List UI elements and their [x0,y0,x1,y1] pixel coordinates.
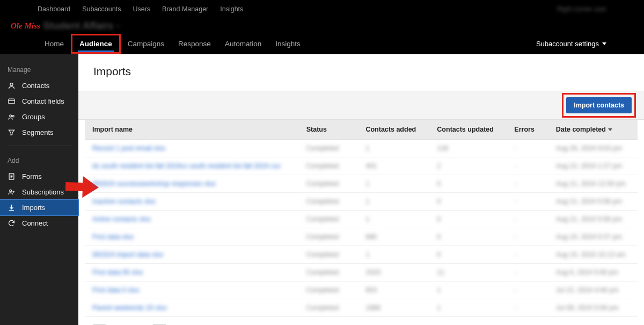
table-row[interactable]: 081524 import data xlsxCompleted10-Aug 1… [85,246,638,264]
sidebar-item-segments[interactable]: Segments [0,125,78,140]
cell-updated: 0 [429,228,507,246]
cell-date: Aug 21, 2024 5:56 pm [548,193,638,211]
cell-errors: - [507,246,548,264]
logo: Ole Miss [11,21,40,31]
top-right-user[interactable]: Right corner user [557,5,606,13]
table-row[interactable]: ds south resident list fall 2024cs south… [85,157,638,175]
tab-response[interactable]: Response [171,34,218,54]
svg-point-0 [10,83,13,86]
tab-insights[interactable]: Insights [268,34,308,54]
cell-import-name[interactable]: ds south resident list fall 2024cs south… [85,157,299,175]
cell-errors: - [507,264,548,281]
sidebar: Manage Contacts Contact fields Groups Se… [0,54,78,325]
import-contacts-button[interactable]: Import contacts [566,97,632,113]
cell-updated: 1 [429,299,507,317]
cell-date: Aug 6, 2024 5:00 pm [548,264,638,281]
cell-date: Aug 15, 2024 5:37 pm [548,228,638,246]
table-row[interactable]: Inactive contacts xlsxCompleted10-Aug 21… [85,193,638,211]
cell-import-name[interactable]: 081524 import data xlsx [85,246,299,264]
sidebar-item-contact-fields[interactable]: Contact fields [0,93,78,109]
cell-import-name[interactable]: 082024 successworkshop responses xlsx [85,175,299,193]
th-status[interactable]: Status [299,120,358,140]
table-row[interactable]: First data xlsxCompleted8800-Aug 15, 202… [85,228,638,246]
filter-icon [8,128,16,136]
sidebar-label-contacts: Contacts [22,82,49,90]
cell-import-name[interactable]: Parent weekends 20 xlsx [85,299,299,317]
tab-campaigns[interactable]: Campaigns [121,34,171,54]
table-row[interactable]: 082024 successworkshop responses xlsxCom… [85,175,638,193]
subscribe-icon [8,188,16,196]
cell-status: Completed [299,246,358,264]
sidebar-item-groups[interactable]: Groups [0,109,78,125]
cell-date: Jul 08, 2024 5:06 pm [548,299,638,317]
svg-rect-1 [9,99,14,104]
cell-import-name[interactable]: First data 0 xlsx [85,281,299,299]
nav-brand-manager[interactable]: Brand Manager [162,5,208,13]
cell-updated: 128 [429,140,507,157]
sidebar-item-subscriptions[interactable]: Subscriptions [0,184,78,200]
sidebar-divider [8,146,71,146]
table-row[interactable]: First data 05 xlsxCompleted202011-Aug 6,… [85,264,638,281]
cell-errors: - [507,228,548,246]
sidebar-label-subscriptions: Subscriptions [22,188,64,196]
nav-subaccounts[interactable]: Subaccounts [82,5,121,13]
cell-updated: 11 [429,264,507,281]
sidebar-label-connect: Connect [22,219,48,227]
nav-dashboard[interactable]: Dashboard [38,5,70,13]
sidebar-item-forms[interactable]: Forms [0,169,78,184]
sidebar-item-connect[interactable]: Connect [0,215,78,231]
table-row[interactable]: Active contacts xlsxCompleted10-Aug 21, … [85,211,638,228]
person-icon [8,82,16,90]
cell-added: 1886 [358,299,429,317]
cell-import-name[interactable]: Record 1 post email xlsx [85,140,299,157]
global-nav: Dashboard Subaccounts Users Brand Manage… [38,5,243,13]
cell-import-name[interactable]: First data xlsx [85,228,299,246]
th-date-completed[interactable]: Date completed [548,120,638,140]
cell-date: Jul 22, 2024 4:46 pm [548,281,638,299]
cell-added: 1 [358,193,429,211]
th-errors[interactable]: Errors [507,120,548,140]
cell-import-name[interactable]: First data 05 xlsx [85,264,299,281]
cell-status: Completed [299,264,358,281]
th-contacts-added[interactable]: Contacts added [358,120,429,140]
table-row[interactable]: First data 0 xlsxCompleted6031-Jul 22, 2… [85,281,638,299]
subaccount-settings-link[interactable]: Subaccount settings [536,40,606,48]
chevron-down-icon [602,42,606,45]
sidebar-manage-label: Manage [0,61,78,78]
sidebar-item-imports[interactable]: Imports [0,200,78,215]
cell-errors: - [507,281,548,299]
cell-date: Aug 21, 2024 12:00 pm [548,175,638,193]
svg-point-9 [10,190,12,192]
cell-import-name[interactable]: Active contacts xlsx [85,211,299,228]
cell-errors: - [507,175,548,193]
cell-status: Completed [299,157,358,175]
cell-added: 1 [358,246,429,264]
cell-errors: - [507,299,548,317]
tab-home[interactable]: Home [38,34,71,54]
sidebar-item-contacts[interactable]: Contacts [0,78,78,93]
table-row[interactable]: Record 1 post email xlsxCompleted1128-Au… [85,140,638,157]
global-top-bar: Dashboard Subaccounts Users Brand Manage… [0,0,644,18]
sidebar-label-contact-fields: Contact fields [22,97,64,105]
nav-users[interactable]: Users [133,5,150,13]
cell-updated: 0 [429,246,507,264]
cell-added: 1 [358,175,429,193]
cell-status: Completed [299,299,358,317]
account-name[interactable]: Student Affairs - [43,20,120,32]
tab-audience[interactable]: Audience [72,35,119,52]
brand-row: Ole Miss Student Affairs - [0,18,644,34]
tab-automation[interactable]: Automation [218,34,268,54]
nav-insights-top[interactable]: Insights [220,5,243,13]
cell-updated: 2 [429,157,507,175]
cell-errors: - [507,157,548,175]
th-contacts-updated[interactable]: Contacts updated [429,120,507,140]
cell-status: Completed [299,140,358,157]
cell-added: 401 [358,157,429,175]
cell-date: Aug 22, 2024 1:27 pm [548,157,638,175]
toolbar: Import contacts [78,91,644,120]
th-import-name[interactable]: Import name [85,120,299,140]
table-row[interactable]: Parent weekends 20 xlsxCompleted18861-Ju… [85,299,638,317]
annotation-audience-box: Audience [71,34,121,54]
cell-import-name[interactable]: Inactive contacts xlsx [85,193,299,211]
imports-table: Import name Status Contacts added Contac… [85,120,638,317]
